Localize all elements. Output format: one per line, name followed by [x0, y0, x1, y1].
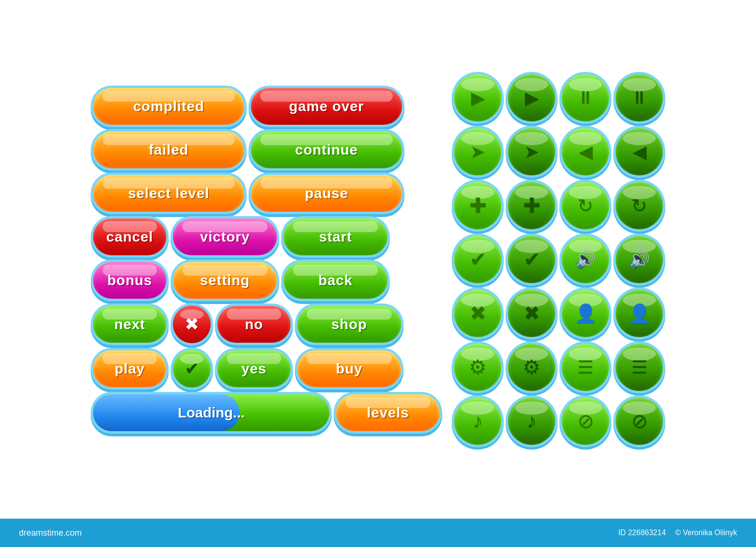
button-row-2: failed continue [93, 131, 440, 168]
button-row-5: bonus setting back [93, 262, 440, 299]
plus-circle-button[interactable]: ✚ [454, 182, 501, 229]
arrow-left-circle-button[interactable]: ◀ [562, 128, 609, 175]
cross-icon: ✖ [185, 314, 199, 334]
x-dark-circle-button[interactable]: ✖ [508, 290, 555, 337]
continue-button[interactable]: continue [251, 131, 402, 168]
menu-dark-icon: ☰ [631, 357, 647, 378]
arrow-left-dark-circle-button[interactable]: ◀ [616, 128, 663, 175]
plus-icon: ✚ [469, 193, 487, 217]
button-row-6: next ✖ no shop [93, 305, 440, 343]
loading-bar: Loading... [93, 394, 329, 431]
victory-button[interactable]: victory [173, 218, 277, 255]
user-dark-circle-button[interactable]: 👤 [616, 290, 663, 337]
play-dark-circle-button[interactable]: ▶ [508, 74, 555, 122]
arrow-left-icon: ◀ [579, 141, 593, 162]
music-dark-circle-button[interactable]: ♪ [508, 398, 555, 445]
button-row-4: cancel victory start [93, 218, 440, 255]
play-button[interactable]: play [93, 350, 166, 387]
refresh-icon: ↻ [577, 195, 593, 217]
play-circle-button[interactable]: ▶ [454, 74, 501, 122]
pause-circle-button[interactable]: ⏸ [562, 74, 609, 122]
refresh-dark-icon: ↻ [631, 195, 647, 217]
button-row-1: complited game over [93, 88, 440, 125]
circles-grid: ▶ ▶ ⏸ ⏸ ➤ ➤ ◀ ◀ [454, 74, 663, 445]
loading-text: Loading... [93, 405, 329, 421]
button-row-3: select level pause [93, 175, 440, 212]
gear-dark-circle-button[interactable]: ⚙ [508, 344, 555, 391]
checkmark-icon: ✔ [470, 248, 486, 271]
user-circle-button[interactable]: 👤 [562, 290, 609, 337]
user-dark-icon: 👤 [628, 303, 651, 324]
pause-dark-icon: ⏸ [630, 87, 648, 108]
gear-icon: ⚙ [469, 356, 487, 379]
check-icon: ✔ [185, 359, 199, 379]
setting-button[interactable]: setting [173, 262, 277, 299]
buttons-grid: complited game over failed continue sele… [93, 88, 440, 431]
start-button[interactable]: start [284, 218, 387, 255]
footer-bar: dreamstime.com ID 226863214 © Veronika O… [0, 519, 756, 547]
ban-circle-button[interactable]: ⊘ [562, 398, 609, 445]
menu-dark-circle-button[interactable]: ☰ [616, 344, 663, 391]
sound-dark-icon: 🔊 [629, 250, 650, 269]
bonus-button[interactable]: bonus [93, 262, 166, 299]
ban-dark-circle-button[interactable]: ⊘ [616, 398, 663, 445]
circle-row-3: ✚ ✚ ↻ ↻ [454, 182, 663, 229]
x-dark-icon: ✖ [524, 302, 540, 325]
gear-circle-button[interactable]: ⚙ [454, 344, 501, 391]
music-icon: ♪ [473, 410, 483, 433]
select-level-button[interactable]: select level [93, 175, 244, 212]
refresh-circle-button[interactable]: ↻ [562, 182, 609, 229]
footer-logo: dreamstime.com [19, 528, 82, 538]
ban-dark-icon: ⊘ [631, 409, 648, 433]
menu-circle-button[interactable]: ☰ [562, 344, 609, 391]
circle-row-4: ✔ ✔ 🔊 🔊 [454, 236, 663, 283]
arrow-right-dark-circle-button[interactable]: ➤ [508, 128, 555, 175]
circle-row-7: ♪ ♪ ⊘ ⊘ [454, 398, 663, 445]
footer-id: ID 226863214 [619, 529, 666, 537]
x-icon: ✖ [470, 302, 486, 325]
back-button[interactable]: back [284, 262, 387, 299]
pause-dark-circle-button[interactable]: ⏸ [616, 74, 663, 122]
footer-author: © Veronika Oliinyk [675, 529, 737, 537]
arrow-right-icon: ➤ [470, 141, 485, 162]
arrow-left-dark-icon: ◀ [633, 141, 646, 162]
play-dark-icon: ▶ [525, 87, 539, 108]
next-button[interactable]: next [93, 306, 166, 343]
sound-dark-circle-button[interactable]: 🔊 [616, 236, 663, 283]
circle-row-1: ▶ ▶ ⏸ ⏸ [454, 74, 663, 122]
check-circle-btn[interactable]: ✔ [454, 236, 501, 283]
sound-icon: 🔊 [575, 250, 596, 269]
plus-dark-icon: ✚ [523, 193, 541, 217]
levels-button[interactable]: levels [336, 394, 440, 431]
no-button[interactable]: no [217, 306, 291, 343]
button-row-8: Loading... levels [93, 394, 440, 431]
circle-row-2: ➤ ➤ ◀ ◀ [454, 128, 663, 175]
complited-button[interactable]: complited [93, 88, 244, 125]
plus-dark-circle-button[interactable]: ✚ [508, 182, 555, 229]
menu-icon: ☰ [577, 357, 593, 378]
checkmark-dark-icon: ✔ [524, 248, 540, 271]
failed-button[interactable]: failed [93, 131, 244, 168]
shop-button[interactable]: shop [297, 306, 401, 343]
play-icon: ▶ [471, 87, 485, 108]
circle-row-5: ✖ ✖ 👤 👤 [454, 290, 663, 337]
arrow-right-dark-icon: ➤ [524, 141, 539, 162]
check-dark-circle-btn[interactable]: ✔ [508, 236, 555, 283]
buy-button[interactable]: buy [297, 350, 401, 387]
pause-icon: ⏸ [576, 87, 594, 108]
x-circle-button[interactable]: ✖ [454, 290, 501, 337]
circle-row-6: ⚙ ⚙ ☰ ☰ [454, 344, 663, 391]
game-over-button[interactable]: game over [251, 88, 402, 125]
refresh-dark-circle-button[interactable]: ↻ [616, 182, 663, 229]
sound-circle-button[interactable]: 🔊 [562, 236, 609, 283]
ban-icon: ⊘ [577, 409, 594, 433]
pause-button[interactable]: pause [251, 175, 402, 212]
button-row-7: play ✔ yes buy [93, 350, 440, 388]
check-circle-button[interactable]: ✔ [173, 350, 211, 388]
cross-circle-button[interactable]: ✖ [173, 305, 211, 343]
arrow-right-circle-button[interactable]: ➤ [454, 128, 501, 175]
yes-button[interactable]: yes [217, 350, 291, 387]
music-circle-button[interactable]: ♪ [454, 398, 501, 445]
cancel-button[interactable]: cancel [93, 218, 166, 255]
music-dark-icon: ♪ [527, 410, 537, 433]
